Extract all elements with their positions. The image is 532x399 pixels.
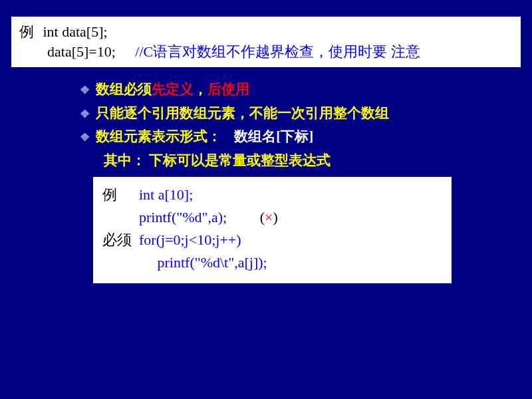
bullet-1: ❖ 数组必须先定义，后使用 (80, 78, 499, 102)
cross-icon: × (265, 209, 273, 225)
paren-close: ) (273, 209, 277, 225)
bullet3-text1: 数组元素表示形式： (96, 128, 221, 144)
bottom-line-2: printf("%d",a); (×) (102, 206, 442, 229)
bullet-3-sub: 其中： 下标可以是常量或整型表达式 (104, 149, 499, 173)
bullet-list: ❖ 数组必须先定义，后使用 ❖ 只能逐个引用数组元素，不能一次引用整个数组 ❖ … (80, 78, 499, 173)
bullet-3: ❖ 数组元素表示形式： 数组名[下标] (80, 125, 499, 149)
example-label-2: 例 (102, 186, 117, 203)
top-line-2: data[5]=10; //C语言对数组不作越界检查，使用时要 注意 (47, 42, 513, 62)
bullet1-red2: 后使用 (207, 81, 249, 97)
code-printf-wrong: printf("%d",a); (139, 209, 227, 225)
must-label: 必须 (102, 231, 132, 248)
diamond-icon: ❖ (80, 105, 92, 124)
top-line-1: 例 int data[5]; (19, 22, 513, 42)
bullet2-text: 只能逐个引用数组元素，不能一次引用整个数组 (96, 102, 389, 126)
bullet3-sub-text: 其中： 下标可以是常量或整型表达式 (104, 152, 331, 168)
code-array-decl: int a[10]; (139, 186, 193, 203)
bottom-line-4: printf("%d\t",a[j]); (102, 251, 442, 274)
bullet1-red1: 先定义 (152, 81, 194, 97)
paren-open: ( (260, 209, 265, 225)
code-comment: //C语言对数组不作越界检查，使用时要 注意 (135, 43, 420, 60)
code-assignment: data[5]=10; (47, 43, 116, 60)
top-example-box: 例 int data[5]; data[5]=10; //C语言对数组不作越界检… (10, 15, 522, 68)
code-printf-correct: printf("%d\t",a[j]); (139, 254, 267, 271)
bullet3-white: 数组名[下标] (234, 128, 313, 144)
bullet1-text1: 数组必须 (96, 81, 152, 97)
diamond-icon: ❖ (80, 128, 92, 148)
bullet1-comma: ， (194, 81, 207, 97)
code-for-loop: for(j=0;j<10;j++) (139, 231, 241, 248)
bottom-line-3: 必须 for(j=0;j<10;j++) (102, 229, 442, 251)
bullet-2: ❖ 只能逐个引用数组元素，不能一次引用整个数组 (80, 102, 499, 126)
code-declaration: int data[5]; (43, 23, 108, 40)
diamond-icon: ❖ (80, 81, 92, 100)
bottom-example-box: 例 int a[10]; printf("%d",a); (×) 必须 for(… (91, 175, 454, 285)
bottom-line-1: 例 int a[10]; (102, 184, 442, 206)
example-label: 例 (19, 23, 34, 40)
